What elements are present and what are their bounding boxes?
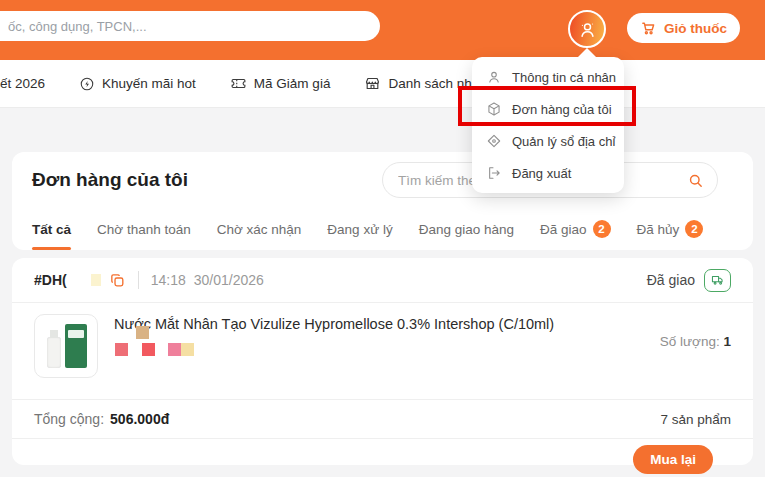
cart-button-label: Giỏ thuốc [664, 21, 727, 36]
total-label: Tổng cộng: [34, 411, 104, 427]
person-icon [577, 19, 598, 40]
rebuy-button[interactable]: Mua lại [633, 445, 713, 474]
tab-da-huy[interactable]: Đã hủy 2 [637, 208, 704, 250]
hot-deal-icon [79, 76, 95, 92]
tab-dang-giao-hang[interactable]: Đang giao hàng [419, 208, 514, 250]
menu-item-quan-ly-so-dia-chi[interactable]: Quản lý sổ địa chỉ [472, 125, 624, 157]
order-date: 30/01/2026 [194, 272, 264, 288]
tab-label: Đang xử lý [327, 222, 392, 237]
quantity-label: Số lượng: [660, 334, 720, 349]
page-title: Đơn hàng của tôi [32, 169, 188, 191]
header-search-input[interactable] [6, 18, 380, 35]
tab-label: Đang giao hàng [419, 222, 514, 237]
tab-tat-ca[interactable]: Tất cả [32, 208, 71, 250]
nav-item-label: Mã Giảm giá [254, 76, 331, 91]
redacted-block [168, 343, 181, 356]
main-nav: ết 2026 Khuyến mãi hot Mã Giảm giá [0, 60, 765, 108]
account-dropdown: Thông tin cá nhân Đơn hàng của tôi Quản … [472, 57, 624, 193]
order-total-row: Tổng cộng: 506.000đ 7 sản phẩm [12, 400, 753, 439]
order-product-row[interactable]: Nước Mắt Nhân Tạo Vizulize Hypromellose … [12, 303, 753, 400]
order-id: #DH( [34, 272, 67, 288]
logout-icon [486, 165, 502, 181]
app-frame: Giỏ thuốc ết 2026 Khuyến mãi hot M [0, 0, 765, 477]
copy-icon[interactable] [109, 272, 126, 289]
package-icon [486, 101, 502, 117]
tab-label: Chờ xác nhận [217, 222, 302, 237]
redacted-block [142, 343, 155, 356]
redacted-block [115, 343, 128, 356]
product-quantity: Số lượng: 1 [660, 334, 731, 389]
store-icon [364, 75, 381, 92]
product-box-graphic [65, 324, 87, 368]
product-name[interactable]: Nước Mắt Nhân Tạo Vizulize Hypromellose … [114, 314, 564, 335]
tab-label: Đã giao [540, 222, 587, 237]
tab-badge: 2 [593, 220, 611, 238]
tab-da-giao[interactable]: Đã giao 2 [540, 208, 611, 250]
divider [138, 271, 139, 289]
tab-label: Tất cả [32, 222, 71, 237]
menu-item-label: Thông tin cá nhân [512, 70, 616, 85]
tab-dang-xu-ly[interactable]: Đang xử lý [327, 208, 392, 250]
tab-cho-xac-nhan[interactable]: Chờ xác nhận [217, 208, 302, 250]
menu-item-don-hang-cua-toi[interactable]: Đơn hàng của tôi [472, 93, 624, 125]
item-count: 7 sản phẩm [660, 412, 731, 427]
total-value: 506.000đ [110, 411, 169, 427]
cart-button[interactable]: Giỏ thuốc [627, 13, 740, 43]
tab-cho-thanh-toan[interactable]: Chờ thanh toán [97, 208, 191, 250]
quantity-value: 1 [723, 334, 731, 349]
menu-item-label: Quản lý sổ địa chỉ [512, 134, 615, 149]
dropdown-caret [577, 48, 597, 58]
top-header: Giỏ thuốc [0, 0, 765, 60]
search-icon[interactable] [687, 172, 704, 189]
order-tabs: Tất cả Chờ thanh toán Chờ xác nhận Đang … [12, 208, 753, 250]
person-icon [486, 69, 502, 85]
header-search[interactable] [0, 11, 380, 41]
nav-item-label: Khuyến mãi hot [102, 76, 196, 91]
orders-panel: Đơn hàng của tôi Tất cả Chờ thanh toán C… [12, 152, 753, 250]
order-actions: Mua lại [12, 439, 753, 477]
tab-label: Đã hủy [637, 222, 680, 237]
menu-item-label: Đăng xuất [512, 166, 571, 181]
redacted-block [181, 343, 194, 356]
product-bottle-graphic [47, 337, 61, 368]
redacted-block [136, 326, 149, 339]
nav-item-label: ết 2026 [0, 76, 45, 91]
order-header: #DH( 14:18 30/01/2026 Đã giao [12, 258, 753, 303]
tab-label: Chờ thanh toán [97, 222, 191, 237]
order-time: 14:18 [151, 272, 186, 288]
delivered-truck-icon [704, 269, 731, 292]
menu-item-label: Đơn hàng của tôi [512, 102, 612, 117]
product-info: Nước Mắt Nhân Tạo Vizulize Hypromellose … [114, 314, 564, 389]
nav-item-tet[interactable]: ết 2026 [0, 76, 45, 91]
order-datetime: 14:18 30/01/2026 [151, 272, 264, 288]
product-image [34, 314, 98, 378]
location-icon [486, 133, 502, 149]
cart-icon [640, 20, 657, 37]
nav-item-ma-giam-gia[interactable]: Mã Giảm giá [230, 75, 331, 92]
order-card: #DH( 14:18 30/01/2026 Đã giao [12, 258, 753, 465]
nav-item-khuyen-mai[interactable]: Khuyến mãi hot [79, 76, 196, 92]
redacted-block [91, 274, 101, 286]
order-status: Đã giao [647, 272, 695, 288]
menu-item-thong-tin-ca-nhan[interactable]: Thông tin cá nhân [472, 61, 624, 93]
user-avatar[interactable] [568, 10, 606, 48]
redacted-price [114, 335, 564, 359]
tab-badge: 2 [685, 220, 703, 238]
menu-item-dang-xuat[interactable]: Đăng xuất [472, 157, 624, 189]
coupon-icon [230, 75, 247, 92]
